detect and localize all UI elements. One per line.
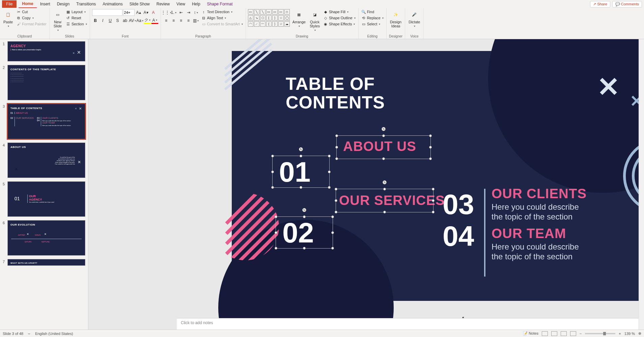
slide-thumbnail-3[interactable]: TABLE OF CONTENTS 01ABOUT US 02OUR SERVI… (7, 104, 85, 139)
selection-box[interactable]: ↻ (272, 156, 330, 188)
sorter-view-button[interactable] (551, 331, 557, 336)
quick-styles-button[interactable]: ◪ Quick Styles (308, 9, 321, 32)
thumb-row[interactable]: 4 ABOUT US ✕ ✕ It could be the part of t… (0, 142, 88, 181)
thumb-row[interactable]: 2 CONTENTS OF THIS TEMPLATE ────────────… (0, 64, 88, 103)
slide-thumbnail-5[interactable]: 01 OURAGENCY You could enter a subtitle … (7, 181, 85, 217)
tab-review[interactable]: Review (153, 0, 173, 8)
tab-design[interactable]: Design (54, 0, 73, 8)
slide-thumbnail-2[interactable]: CONTENTS OF THIS TEMPLATE ────────────• … (7, 65, 85, 100)
font-color-button[interactable]: A (151, 17, 158, 24)
justify-button[interactable]: ≡ (185, 17, 192, 24)
zoom-out-button[interactable]: − (580, 332, 582, 336)
notes-pane[interactable]: Click to add notes (177, 318, 639, 330)
shadow-button[interactable]: ab (122, 17, 129, 24)
slide-thumbnail-1[interactable]: AGENCY Here is where your presentation b… (7, 41, 85, 61)
spellcheck-icon[interactable]: ⫟ (27, 332, 31, 336)
align-text-button[interactable]: ⊟Align Text (201, 15, 244, 21)
copy-button[interactable]: ⧉Copy (16, 15, 47, 21)
font-size-select[interactable] (123, 9, 135, 16)
align-left-button[interactable]: ≡ (163, 17, 170, 24)
thumb-row[interactable]: 3 TABLE OF CONTENTS 01ABOUT US 02OUR SER… (0, 103, 88, 142)
slideshow-view-button[interactable] (570, 331, 576, 336)
bold-button[interactable]: B (92, 17, 99, 24)
zoom-in-button[interactable]: + (619, 332, 621, 336)
vertical-scrollbar[interactable] (639, 39, 644, 330)
font-family-select[interactable] (92, 9, 122, 16)
rotate-handle[interactable]: ↻ (302, 208, 306, 212)
rotate-handle[interactable]: ↻ (382, 127, 386, 131)
thumb-row[interactable]: 5 01 OURAGENCY You could enter a subtitl… (0, 181, 88, 219)
highlight-button[interactable]: ク (144, 17, 151, 24)
selection-box[interactable]: ↻ (336, 135, 431, 159)
tab-slideshow[interactable]: Slide Show (126, 0, 153, 8)
format-painter-button[interactable]: 🖌Format Painter (16, 21, 47, 27)
convert-smartart-button[interactable]: ▭Convert to SmartArt (201, 21, 244, 27)
thumb-row[interactable]: 7 WHAT SETS US APART? (0, 258, 88, 268)
rotate-handle[interactable]: ↻ (383, 180, 387, 184)
align-center-button[interactable]: ≡ (170, 17, 177, 24)
selection-box[interactable]: ↻ (336, 189, 433, 212)
tab-shape-format[interactable]: Shape Format (204, 0, 236, 8)
strike-button[interactable]: S (114, 17, 121, 24)
tab-insert[interactable]: Insert (37, 0, 54, 8)
slide-thumbnail-4[interactable]: ABOUT US ✕ ✕ It could be the part of the… (7, 142, 85, 178)
toc-desc-team[interactable]: Here you could describe the topic of the… (492, 242, 579, 262)
text-direction-button[interactable]: ↕Text Direction (201, 9, 244, 15)
normal-view-button[interactable] (542, 331, 548, 336)
zoom-level[interactable]: 139 % (624, 332, 635, 336)
slide-thumbnails-panel[interactable]: 1 AGENCY Here is where your presentation… (0, 39, 88, 330)
clear-formatting-button[interactable]: A (150, 9, 157, 16)
bullets-button[interactable]: ⋮⋮ (163, 9, 170, 16)
char-spacing-button[interactable]: AV (129, 17, 136, 24)
slide-title[interactable]: TABLE OFCONTENTS (286, 75, 385, 111)
layout-button[interactable]: ▦Layout (65, 9, 88, 15)
fit-to-window-button[interactable]: ⊕ (638, 331, 641, 336)
tab-view[interactable]: View (173, 0, 189, 8)
replace-button[interactable]: ⟲Replace (361, 15, 384, 21)
decrease-font-button[interactable]: A▾ (143, 9, 149, 16)
decrease-indent-button[interactable]: ⇤ (178, 9, 185, 16)
new-slide-button[interactable]: ▭ New Slide (52, 9, 64, 32)
align-right-button[interactable]: ≡ (178, 17, 185, 24)
tab-transitions[interactable]: Transitions (73, 0, 99, 8)
design-ideas-button[interactable]: ✨ Design Ideas (389, 9, 403, 29)
paste-button[interactable]: 📋 Paste (2, 9, 14, 28)
thumb-row[interactable]: 6 OUR EVOLUTION JUPITER VENUS SATURN NEP… (0, 219, 88, 258)
arrange-button[interactable]: ▦ Arrange (291, 9, 307, 28)
numbering-button[interactable]: 1. (170, 9, 177, 16)
line-spacing-button[interactable]: ↕ (193, 9, 199, 16)
zoom-slider[interactable] (585, 333, 615, 334)
increase-font-button[interactable]: A▴ (135, 9, 142, 16)
change-case-button[interactable]: Aa (137, 17, 143, 24)
increase-indent-button[interactable]: ⇥ (185, 9, 192, 16)
cut-button[interactable]: ✂Cut (16, 9, 47, 15)
thumb-row[interactable]: 1 AGENCY Here is where your presentation… (0, 41, 88, 64)
tab-animations[interactable]: Animations (99, 0, 126, 8)
columns-button[interactable]: ▥ (193, 17, 199, 24)
toc-number-03[interactable]: 03 (443, 188, 474, 221)
underline-button[interactable]: U (107, 17, 114, 24)
comments-button[interactable]: 💬 Comments (612, 1, 642, 7)
toc-label-our-team[interactable]: OUR TEAM (492, 226, 566, 241)
find-button[interactable]: 🔍Find (361, 9, 384, 15)
slide-thumbnail-7[interactable]: WHAT SETS US APART? (7, 259, 85, 266)
shape-fill-button[interactable]: ◆Shape Fill (323, 9, 356, 15)
share-button[interactable]: ↗ Share (590, 1, 610, 7)
tab-home[interactable]: Home (19, 0, 36, 8)
language-indicator[interactable]: English (United States) (35, 332, 73, 336)
dictate-button[interactable]: 🎤 Dictate (407, 9, 421, 28)
slide-canvas[interactable]: ✕ ✕ TABLE OFCONTENTS 01 ↻ ABOUT US (232, 51, 644, 301)
shape-outline-button[interactable]: ◇Shape Outline (323, 15, 356, 21)
section-button[interactable]: ☰Section (65, 21, 88, 27)
reading-view-button[interactable] (561, 331, 567, 336)
reset-button[interactable]: ↺Reset (65, 15, 88, 21)
slide-editor[interactable]: ✕ ✕ TABLE OFCONTENTS 01 ↻ ABOUT US (88, 39, 644, 330)
toc-label-our-clients[interactable]: OUR CLIENTS (492, 186, 587, 201)
shapes-gallery[interactable]: ▭╲╲▭▭▭◇ △↘⬡{}☆◯ ◠⟋〰{}☆☁ (248, 9, 290, 27)
slide-thumbnail-6[interactable]: OUR EVOLUTION JUPITER VENUS SATURN NEPTU… (7, 220, 85, 256)
tab-help[interactable]: Help (189, 0, 204, 8)
selection-box[interactable]: ↻ (276, 216, 333, 249)
toc-number-04[interactable]: 04 (443, 220, 474, 253)
tab-file[interactable]: File (2, 0, 17, 8)
shape-effects-button[interactable]: ◉Shape Effects (323, 21, 356, 27)
